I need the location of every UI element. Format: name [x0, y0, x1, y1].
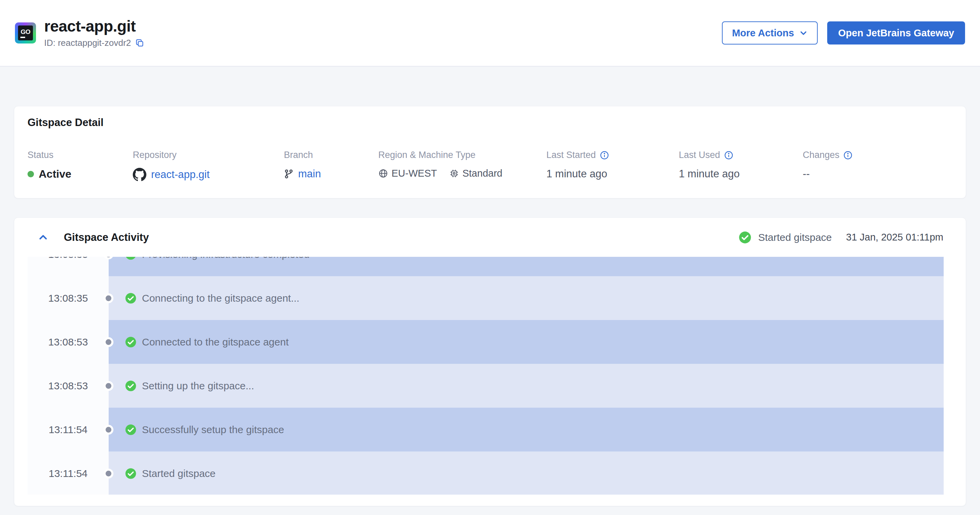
check-circle-icon — [125, 257, 137, 260]
field-region-machine: Region & Machine Type EU-WEST — [378, 150, 546, 182]
log-row: 13:11:54 Successfully setup the gitspace — [27, 408, 943, 451]
last-started-value: 1 minute ago — [546, 168, 607, 180]
log-time: 13:08:53 — [27, 364, 109, 408]
goland-logo-text: GO — [21, 28, 30, 36]
changes-value: -- — [803, 168, 810, 180]
git-branch-icon — [284, 169, 293, 179]
log-row: 13:08:53 Connected to the gitspace agent — [27, 320, 943, 364]
log-message: Setting up the gitspace... — [142, 380, 254, 392]
status-dot-icon — [27, 171, 34, 177]
status-value: Active — [39, 168, 71, 180]
more-actions-label: More Actions — [732, 27, 794, 39]
collapse-chevron-up-icon[interactable] — [38, 232, 48, 242]
timeline-dot — [106, 470, 111, 476]
field-status: Status Active — [27, 150, 133, 182]
more-actions-button[interactable]: More Actions — [722, 21, 818, 45]
timeline-dot — [106, 383, 111, 389]
branch-link[interactable]: main — [298, 168, 321, 180]
changes-label: Changes — [803, 150, 839, 160]
log-time: 13:08:35 — [27, 257, 109, 276]
log-time: 13:11:54 — [27, 408, 109, 451]
field-branch: Branch main — [284, 150, 378, 182]
globe-icon — [378, 169, 388, 179]
last-started-label: Last Started — [546, 150, 596, 160]
status-label: Status — [27, 150, 133, 160]
log-message: Successfully setup the gitspace — [142, 424, 284, 435]
log-row: 13:08:35 Connecting to the gitspace agen… — [27, 276, 943, 320]
page-header: GO react-app.git ID: reactappgit-zovdr2 … — [0, 0, 980, 67]
activity-timestamp: 31 Jan, 2025 01:11pm — [846, 232, 943, 243]
log-row: 13:08:53 Setting up the gitspace... — [27, 364, 943, 408]
log-row: 13:08:35 Provisioning infrastructure com… — [27, 257, 943, 276]
chevron-down-icon — [799, 29, 808, 37]
check-circle-icon — [738, 231, 751, 244]
branch-label: Branch — [284, 150, 378, 160]
log-row: 13:11:54 Started gitspace — [27, 451, 943, 494]
machine-type-value: Standard — [463, 168, 503, 179]
log-time: 13:08:35 — [27, 276, 109, 320]
field-repository: Repository react-app.git — [133, 150, 284, 182]
field-changes: Changes -- — [803, 150, 852, 182]
gitspace-detail-title: Gitspace Detail — [27, 116, 966, 129]
repository-label: Repository — [133, 150, 284, 160]
repository-link[interactable]: react-app.git — [151, 169, 210, 181]
open-jetbrains-gateway-button[interactable]: Open JetBrains Gateway — [827, 21, 965, 45]
last-used-value: 1 minute ago — [679, 168, 740, 180]
log-time: 13:08:53 — [27, 320, 109, 364]
log-message: Connected to the gitspace agent — [142, 336, 289, 348]
info-icon[interactable] — [843, 151, 852, 159]
info-icon[interactable] — [600, 151, 609, 159]
copy-icon[interactable] — [135, 38, 144, 48]
activity-log-viewport[interactable]: 13:08:35 Provisioning infrastructure com… — [27, 257, 943, 494]
info-icon[interactable] — [724, 151, 733, 159]
log-message: Connecting to the gitspace agent... — [142, 292, 299, 304]
last-used-label: Last Used — [679, 150, 720, 160]
check-circle-icon — [125, 336, 137, 348]
github-icon — [133, 168, 146, 182]
gitspace-activity-card: Gitspace Activity Started gitspace 31 Ja… — [14, 217, 966, 506]
gitspace-activity-title: Gitspace Activity — [64, 231, 149, 244]
cpu-icon — [449, 169, 459, 179]
page-title: react-app.git — [44, 18, 144, 35]
goland-logo-icon: GO — [15, 22, 36, 43]
field-last-started: Last Started 1 minute ago — [546, 150, 679, 182]
check-circle-icon — [125, 468, 137, 479]
log-message: Provisioning infrastructure completed — [142, 257, 310, 260]
gitspace-id: ID: reactappgit-zovdr2 — [44, 38, 131, 48]
log-time: 13:11:54 — [27, 451, 109, 494]
log-message: Started gitspace — [142, 468, 216, 479]
timeline-dot — [106, 339, 111, 345]
region-value: EU-WEST — [391, 168, 437, 179]
timeline-dot — [106, 427, 111, 432]
open-gateway-label: Open JetBrains Gateway — [838, 27, 954, 39]
gitspace-detail-card: Gitspace Detail Status Active Repository… — [14, 106, 966, 198]
check-circle-icon — [125, 424, 137, 435]
activity-status-label: Started gitspace — [758, 232, 832, 243]
check-circle-icon — [125, 380, 137, 392]
timeline-dot — [106, 295, 111, 301]
region-machine-label: Region & Machine Type — [378, 150, 546, 160]
field-last-used: Last Used 1 minute ago — [679, 150, 803, 182]
goland-logo-underscore — [21, 37, 25, 38]
check-circle-icon — [125, 292, 137, 304]
